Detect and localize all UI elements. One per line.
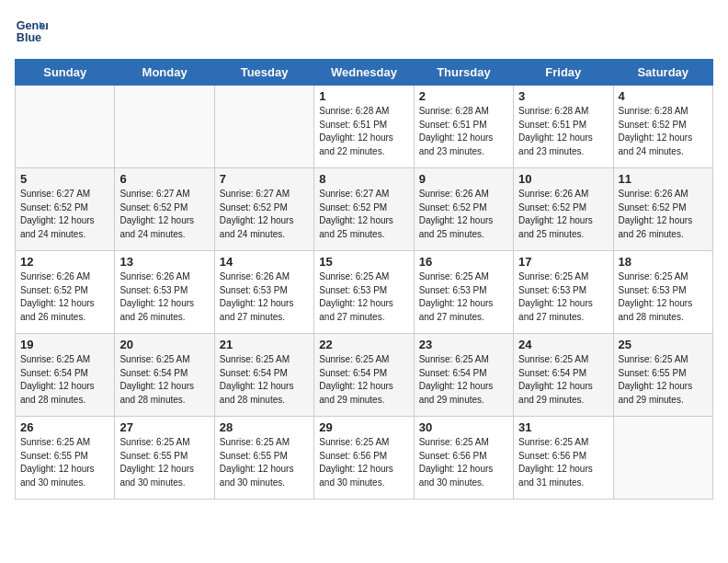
day-info: Sunrise: 6:25 AM Sunset: 6:54 PM Dayligh…: [119, 353, 209, 407]
day-info: Sunrise: 6:27 AM Sunset: 6:52 PM Dayligh…: [220, 188, 309, 241]
week-row-5: 26Sunrise: 6:25 AM Sunset: 6:55 PM Dayli…: [16, 417, 713, 500]
calendar-cell: 23Sunrise: 6:25 AM Sunset: 6:54 PM Dayli…: [414, 334, 513, 417]
day-info: Sunrise: 6:27 AM Sunset: 6:52 PM Dayligh…: [20, 188, 109, 241]
calendar-cell: 17Sunrise: 6:25 AM Sunset: 6:53 PM Dayli…: [514, 251, 613, 334]
day-number: 10: [518, 172, 608, 186]
day-number: 11: [619, 172, 708, 186]
calendar-cell: [16, 86, 115, 168]
day-info: Sunrise: 6:27 AM Sunset: 6:52 PM Dayligh…: [319, 188, 408, 241]
weekday-header-tuesday: Tuesday: [214, 60, 313, 86]
weekday-header-thursday: Thursday: [414, 60, 513, 86]
day-number: 22: [319, 338, 408, 351]
calendar-cell: 27Sunrise: 6:25 AM Sunset: 6:55 PM Dayli…: [115, 417, 214, 500]
calendar-cell: 29Sunrise: 6:25 AM Sunset: 6:56 PM Dayli…: [314, 417, 414, 500]
day-info: Sunrise: 6:25 AM Sunset: 6:55 PM Dayligh…: [119, 436, 209, 489]
calendar-cell: 22Sunrise: 6:25 AM Sunset: 6:54 PM Dayli…: [314, 334, 414, 417]
day-number: 5: [20, 172, 109, 186]
calendar-table: SundayMondayTuesdayWednesdayThursdayFrid…: [15, 59, 713, 500]
day-number: 25: [619, 338, 708, 351]
day-number: 12: [20, 255, 109, 269]
calendar-cell: 8Sunrise: 6:27 AM Sunset: 6:52 PM Daylig…: [314, 168, 414, 251]
day-info: Sunrise: 6:28 AM Sunset: 6:52 PM Dayligh…: [619, 105, 708, 158]
day-number: 9: [419, 172, 508, 186]
day-info: Sunrise: 6:25 AM Sunset: 6:56 PM Dayligh…: [518, 436, 608, 489]
day-number: 30: [419, 420, 508, 434]
day-number: 15: [319, 255, 408, 269]
day-number: 13: [119, 255, 209, 269]
calendar-cell: 20Sunrise: 6:25 AM Sunset: 6:54 PM Dayli…: [115, 334, 214, 417]
calendar-cell: 13Sunrise: 6:26 AM Sunset: 6:53 PM Dayli…: [115, 251, 214, 334]
calendar-cell: 25Sunrise: 6:25 AM Sunset: 6:55 PM Dayli…: [613, 334, 712, 417]
weekday-header-monday: Monday: [115, 60, 214, 86]
calendar-cell: 30Sunrise: 6:25 AM Sunset: 6:56 PM Dayli…: [414, 417, 513, 500]
day-info: Sunrise: 6:25 AM Sunset: 6:55 PM Dayligh…: [619, 353, 708, 407]
calendar-cell: 5Sunrise: 6:27 AM Sunset: 6:52 PM Daylig…: [16, 168, 115, 251]
day-number: 24: [518, 338, 608, 351]
week-row-1: 1Sunrise: 6:28 AM Sunset: 6:51 PM Daylig…: [16, 86, 713, 168]
day-info: Sunrise: 6:25 AM Sunset: 6:54 PM Dayligh…: [518, 353, 608, 407]
day-number: 4: [619, 89, 708, 103]
day-number: 27: [119, 420, 209, 434]
day-info: Sunrise: 6:26 AM Sunset: 6:53 PM Dayligh…: [220, 270, 309, 324]
calendar-cell: 16Sunrise: 6:25 AM Sunset: 6:53 PM Dayli…: [414, 251, 513, 334]
day-number: 28: [220, 420, 309, 434]
day-info: Sunrise: 6:25 AM Sunset: 6:54 PM Dayligh…: [220, 353, 309, 407]
calendar-cell: 7Sunrise: 6:27 AM Sunset: 6:52 PM Daylig…: [214, 168, 313, 251]
weekday-header-saturday: Saturday: [613, 60, 712, 86]
day-number: 17: [518, 255, 608, 269]
svg-text:Blue: Blue: [17, 31, 41, 44]
weekday-header-row: SundayMondayTuesdayWednesdayThursdayFrid…: [16, 60, 713, 86]
calendar-cell: 18Sunrise: 6:25 AM Sunset: 6:53 PM Dayli…: [613, 251, 712, 334]
calendar-cell: 31Sunrise: 6:25 AM Sunset: 6:56 PM Dayli…: [514, 417, 613, 500]
calendar-cell: 11Sunrise: 6:26 AM Sunset: 6:52 PM Dayli…: [613, 168, 712, 251]
day-number: 31: [518, 420, 608, 434]
day-number: 18: [619, 255, 708, 269]
day-number: 26: [20, 420, 109, 434]
day-number: 2: [419, 89, 508, 103]
day-info: Sunrise: 6:28 AM Sunset: 6:51 PM Dayligh…: [518, 105, 608, 158]
week-row-4: 19Sunrise: 6:25 AM Sunset: 6:54 PM Dayli…: [16, 334, 713, 417]
day-number: 23: [419, 338, 508, 351]
day-info: Sunrise: 6:25 AM Sunset: 6:53 PM Dayligh…: [319, 270, 408, 324]
calendar-cell: 9Sunrise: 6:26 AM Sunset: 6:52 PM Daylig…: [414, 168, 513, 251]
calendar-cell: [214, 86, 313, 168]
calendar-cell: 2Sunrise: 6:28 AM Sunset: 6:51 PM Daylig…: [414, 86, 513, 168]
calendar-cell: 26Sunrise: 6:25 AM Sunset: 6:55 PM Dayli…: [16, 417, 115, 500]
calendar-cell: 19Sunrise: 6:25 AM Sunset: 6:54 PM Dayli…: [16, 334, 115, 417]
weekday-header-wednesday: Wednesday: [314, 60, 414, 86]
calendar-cell: 21Sunrise: 6:25 AM Sunset: 6:54 PM Dayli…: [214, 334, 313, 417]
weekday-header-friday: Friday: [514, 60, 613, 86]
day-info: Sunrise: 6:25 AM Sunset: 6:54 PM Dayligh…: [319, 353, 408, 407]
calendar-cell: 12Sunrise: 6:26 AM Sunset: 6:52 PM Dayli…: [16, 251, 115, 334]
calendar-cell: [115, 86, 214, 168]
week-row-2: 5Sunrise: 6:27 AM Sunset: 6:52 PM Daylig…: [16, 168, 713, 251]
day-number: 19: [20, 338, 109, 351]
day-number: 16: [419, 255, 508, 269]
day-info: Sunrise: 6:25 AM Sunset: 6:55 PM Dayligh…: [220, 436, 309, 489]
day-info: Sunrise: 6:26 AM Sunset: 6:52 PM Dayligh…: [20, 270, 109, 324]
calendar-cell: 24Sunrise: 6:25 AM Sunset: 6:54 PM Dayli…: [514, 334, 613, 417]
calendar-cell: 1Sunrise: 6:28 AM Sunset: 6:51 PM Daylig…: [314, 86, 414, 168]
day-info: Sunrise: 6:26 AM Sunset: 6:52 PM Dayligh…: [619, 188, 708, 241]
calendar-cell: 10Sunrise: 6:26 AM Sunset: 6:52 PM Dayli…: [514, 168, 613, 251]
weekday-header-sunday: Sunday: [16, 60, 115, 86]
day-info: Sunrise: 6:25 AM Sunset: 6:53 PM Dayligh…: [419, 270, 508, 324]
day-info: Sunrise: 6:25 AM Sunset: 6:53 PM Dayligh…: [518, 270, 608, 324]
day-number: 20: [119, 338, 209, 351]
day-number: 14: [220, 255, 309, 269]
calendar-cell: 4Sunrise: 6:28 AM Sunset: 6:52 PM Daylig…: [613, 86, 712, 168]
day-info: Sunrise: 6:26 AM Sunset: 6:52 PM Dayligh…: [419, 188, 508, 241]
day-number: 6: [119, 172, 209, 186]
logo-icon: General Blue: [15, 15, 48, 48]
day-info: Sunrise: 6:25 AM Sunset: 6:56 PM Dayligh…: [319, 436, 408, 489]
day-number: 21: [220, 338, 309, 351]
day-info: Sunrise: 6:28 AM Sunset: 6:51 PM Dayligh…: [419, 105, 508, 158]
calendar-cell: 15Sunrise: 6:25 AM Sunset: 6:53 PM Dayli…: [314, 251, 414, 334]
calendar-cell: 3Sunrise: 6:28 AM Sunset: 6:51 PM Daylig…: [514, 86, 613, 168]
day-info: Sunrise: 6:25 AM Sunset: 6:54 PM Dayligh…: [20, 353, 109, 407]
calendar-cell: [613, 417, 712, 500]
calendar-cell: 14Sunrise: 6:26 AM Sunset: 6:53 PM Dayli…: [214, 251, 313, 334]
day-number: 8: [319, 172, 408, 186]
day-info: Sunrise: 6:25 AM Sunset: 6:54 PM Dayligh…: [419, 353, 508, 407]
day-info: Sunrise: 6:26 AM Sunset: 6:53 PM Dayligh…: [119, 270, 209, 324]
